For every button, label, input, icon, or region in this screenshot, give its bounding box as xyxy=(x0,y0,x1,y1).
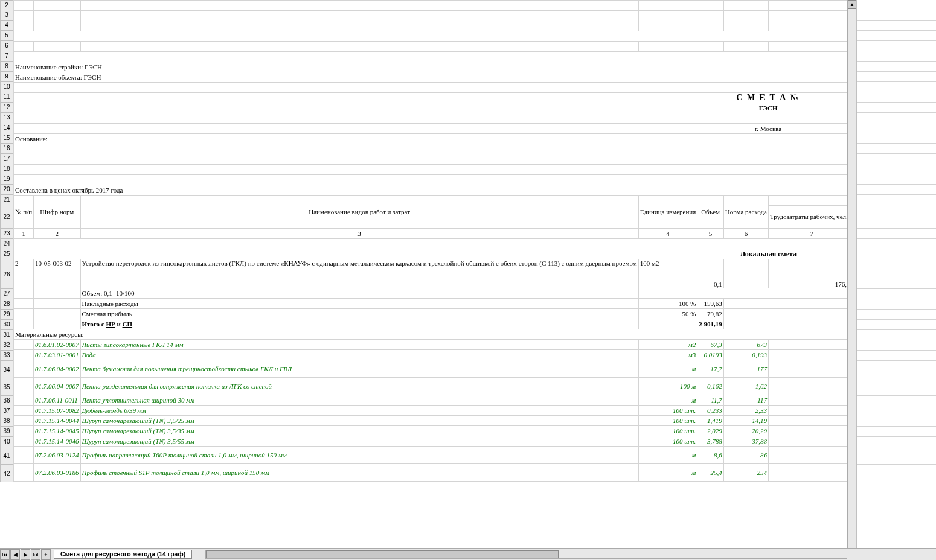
material-row: 01.7.06.11-0011Лента уплотнительная шири… xyxy=(14,395,848,406)
hdr-name: Наименование видов работ и затрат xyxy=(80,196,638,229)
materials-title: Материальные ресурсы: xyxy=(14,329,848,340)
total-value: 2 901,19 xyxy=(697,319,724,329)
smeta-title: С М Е Т А № xyxy=(14,93,848,103)
material-row: 01.7.15.07-0082Дюбель-гвоздь 6/39 мм100 … xyxy=(14,406,848,416)
hdr-norm: Норма расхода xyxy=(723,196,768,229)
spreadsheet-grid[interactable]: Утверждаю Смету в сумме 3,14 тыс. руб. _… xyxy=(13,0,847,548)
material-row: 07.2.06.03-0186Профиль стоечный S1Р толщ… xyxy=(14,464,848,482)
material-row: 01.7.06.04-0002Лента бумажная для повыше… xyxy=(14,360,848,378)
tab-add[interactable]: + xyxy=(41,549,51,560)
vertical-scrollbar[interactable]: ▲ xyxy=(847,0,856,548)
horizontal-scrollbar[interactable] xyxy=(205,550,847,559)
tab-nav-first[interactable]: ⏮ xyxy=(0,549,10,560)
smeta-sub: ГЭСН xyxy=(14,103,848,113)
material-row: 01.7.15.14-0044Шуруп самонарезающий (TN)… xyxy=(14,416,848,426)
hdr-c7: Трудозатраты рабочих, чел.-ч xyxy=(769,206,848,229)
priced-in: Составлена в ценах октябрь 2017 года xyxy=(14,185,848,196)
work-volnote: Объем: 0,1=10/100 xyxy=(80,288,638,299)
stroika: Наименование стройки: ГЭСН xyxy=(14,62,848,72)
sheet-tab[interactable]: Смета для ресурсного метода (14 граф) xyxy=(54,550,192,559)
hdr-n: № п/п xyxy=(14,196,34,229)
material-row: 07.2.06.03-0124Профиль направляющий Т60Р… xyxy=(14,447,848,464)
scroll-up-icon[interactable]: ▲ xyxy=(848,0,856,9)
material-row: 01.7.06.04-0007Лента разделительная для … xyxy=(14,378,848,395)
work-row: 2 10-05-003-02 Устройство перегородок из… xyxy=(14,259,848,288)
tab-nav-next[interactable]: ▶ xyxy=(21,549,30,560)
total-label: Итого с НР и СП xyxy=(80,319,638,329)
hdr-code: Шифр норм xyxy=(34,196,80,229)
tab-nav-prev[interactable]: ◀ xyxy=(10,549,20,560)
hdr-group1: Затраты на единицу измерения xyxy=(769,196,848,206)
material-row: 01.7.15.14-0045Шуруп самонарезающий (TN)… xyxy=(14,426,848,436)
section-title: Локальная смета xyxy=(14,249,848,259)
material-row: 01.7.03.01-0001Водам30,01930,1932,440,05 xyxy=(14,350,848,360)
basis: Основание: xyxy=(14,134,848,144)
hdr-unit: Единица измерения xyxy=(638,196,697,229)
material-row: 01.6.01.02-0007Листы гипсокартонные ГКЛ … xyxy=(14,340,848,350)
material-row: 01.7.15.14-0046Шуруп самонарезающий (TN)… xyxy=(14,436,848,447)
row-headers: 2345678910111213141516171819202122232425… xyxy=(0,0,13,482)
city: г. Москва xyxy=(14,124,848,134)
hdr-vol: Объем xyxy=(697,196,724,229)
tab-nav-last[interactable]: ⏭ xyxy=(31,549,40,560)
object: Наименование объекта: ГЭСН xyxy=(14,72,848,83)
right-empty-columns xyxy=(856,0,936,548)
